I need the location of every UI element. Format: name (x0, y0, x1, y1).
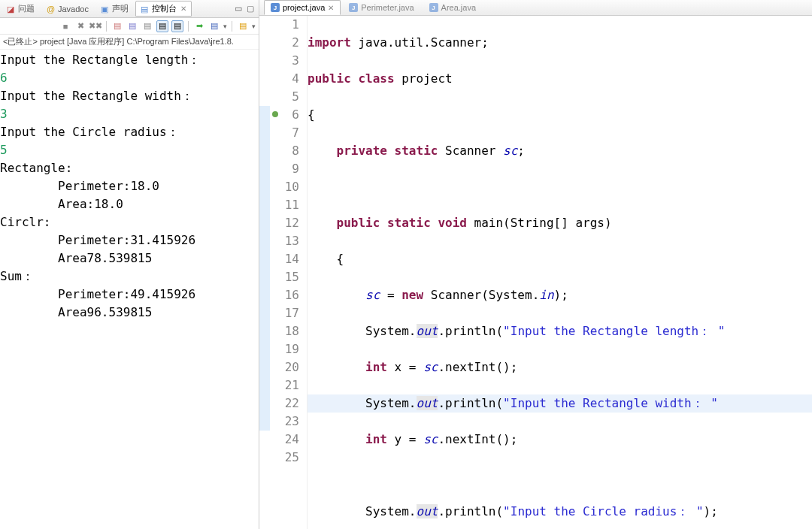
tab-label: 问题 (18, 3, 35, 14)
remove-all-icon[interactable]: ✖✖ (89, 20, 102, 32)
console-line: Area96.539815 (0, 304, 259, 322)
console-line: Input the Circle radius： (0, 123, 259, 141)
line-number: 24 (270, 431, 299, 449)
line-number: 9 (270, 160, 299, 178)
console-line: Sum： (0, 268, 259, 286)
line-number: 6 (270, 106, 299, 124)
line-number: 2 (270, 34, 299, 52)
tab-area-java[interactable]: J Area.java (423, 0, 483, 15)
line-number: 22 (270, 394, 299, 413)
line-number: 14 (270, 250, 299, 268)
change-ruler (259, 16, 270, 529)
line-number: 13 (270, 232, 299, 250)
console-line: Perimeter:49.415926 (0, 286, 259, 304)
console-line: 6 (0, 69, 259, 87)
line-number: 8 (270, 142, 299, 160)
console-line: Input the Rectangle length： (0, 51, 259, 69)
line-number: 23 (270, 413, 299, 431)
line-number: 20 (270, 358, 299, 376)
view-tabs: ◪ 问题 @ Javadoc ▣ 声明 ▤ 控制台 ✕ ▭ ▢ (0, 0, 259, 18)
tab-console[interactable]: ▤ 控制台 ✕ (135, 1, 192, 17)
tab-label: Perimeter.java (361, 3, 414, 12)
pin-icon[interactable]: ▤ (141, 20, 153, 32)
terminate-icon[interactable]: ■ (59, 20, 71, 32)
console-status: <已终止> project [Java 应用程序] C:\Program Fil… (0, 35, 259, 50)
console-toolbar: ■ ✖ ✖✖ ▤ ▤ ▤ ▤ ▤ ➡ ▤ ▾ ▤ ▾ (0, 18, 259, 35)
console-line: Perimeter:18.0 (0, 177, 259, 195)
tab-perimeter-java[interactable]: J Perimeter.java (342, 0, 420, 15)
tab-javadoc[interactable]: @ Javadoc (41, 2, 94, 16)
tab-label: project.java (283, 3, 325, 12)
line-number: 10 (270, 178, 299, 196)
scroll-lock-icon[interactable]: ▤ (126, 20, 138, 32)
dropdown-icon[interactable]: ▾ (223, 23, 227, 30)
line-number: 3 (270, 52, 299, 70)
line-number: 5 (270, 88, 299, 106)
line-number: 1 (270, 16, 299, 34)
show-console-icon[interactable]: ▤ (156, 20, 168, 32)
close-icon[interactable]: ✕ (180, 5, 186, 13)
tab-label: 声明 (112, 3, 129, 14)
clear-icon[interactable]: ▤ (111, 20, 123, 32)
dropdown-icon[interactable]: ▾ (252, 23, 256, 30)
console-line: Rectangle: (0, 159, 259, 177)
open-icon[interactable]: ➡ (193, 20, 205, 32)
tab-problems[interactable]: ◪ 问题 (2, 1, 40, 17)
minimize-icon[interactable]: ▭ (235, 4, 242, 14)
tab-declaration[interactable]: ▣ 声明 (95, 1, 134, 17)
console-line: Input the Rectangle width： (0, 87, 259, 105)
line-number: 19 (270, 340, 299, 358)
line-number: 16 (270, 286, 299, 304)
line-number: 18 (270, 322, 299, 340)
line-number: 7 (270, 124, 299, 142)
java-file-icon: J (349, 3, 358, 12)
console-output[interactable]: Input the Rectangle length： 6 Input the … (0, 50, 259, 529)
display-icon[interactable]: ▤ (208, 20, 220, 32)
line-number: 15 (270, 268, 299, 286)
line-number: 17 (270, 304, 299, 322)
code-editor[interactable]: 1 2 3 4 5 6 7 8 9 10 11 12 13 14 15 16 1… (259, 16, 812, 529)
tab-label: Javadoc (58, 5, 89, 14)
declaration-icon: ▣ (101, 5, 110, 14)
console-line: Area:18.0 (0, 195, 259, 213)
editor-tabs: J project.java ✕ J Perimeter.java J Area… (259, 0, 812, 16)
show-when-write-icon[interactable]: ▤ (171, 20, 183, 32)
javadoc-icon: @ (47, 5, 56, 14)
java-file-icon: J (429, 3, 438, 12)
panel-controls: ▭ ▢ (235, 4, 257, 14)
console-line: Area78.539815 (0, 249, 259, 268)
remove-icon[interactable]: ✖ (74, 20, 86, 32)
line-number: 4 (270, 70, 299, 88)
console-line: 5 (0, 141, 259, 159)
problems-icon: ◪ (7, 5, 16, 14)
maximize-icon[interactable]: ▢ (247, 4, 254, 14)
console-line: 3 (0, 105, 259, 123)
tab-label: 控制台 (152, 3, 177, 14)
console-panel: ◪ 问题 @ Javadoc ▣ 声明 ▤ 控制台 ✕ ▭ ▢ ■ ✖ ✖✖ ▤… (0, 0, 259, 529)
close-icon[interactable]: ✕ (328, 4, 334, 12)
tab-label: Area.java (441, 3, 476, 12)
code-area[interactable]: import java.util.Scanner; public class p… (308, 16, 812, 529)
line-number: 25 (270, 449, 299, 467)
console-line: Perimeter:31.415926 (0, 231, 259, 249)
line-gutter: 1 2 3 4 5 6 7 8 9 10 11 12 13 14 15 16 1… (270, 16, 308, 529)
line-number: 12 (270, 214, 299, 232)
java-file-icon: J (271, 3, 280, 12)
tab-project-java[interactable]: J project.java ✕ (264, 0, 341, 15)
line-number: 11 (270, 196, 299, 214)
new-console-icon[interactable]: ▤ (237, 20, 249, 32)
console-icon: ▤ (141, 5, 150, 14)
line-number: 21 (270, 376, 299, 394)
console-line: Circlr: (0, 213, 259, 231)
editor-panel: J project.java ✕ J Perimeter.java J Area… (259, 0, 812, 529)
